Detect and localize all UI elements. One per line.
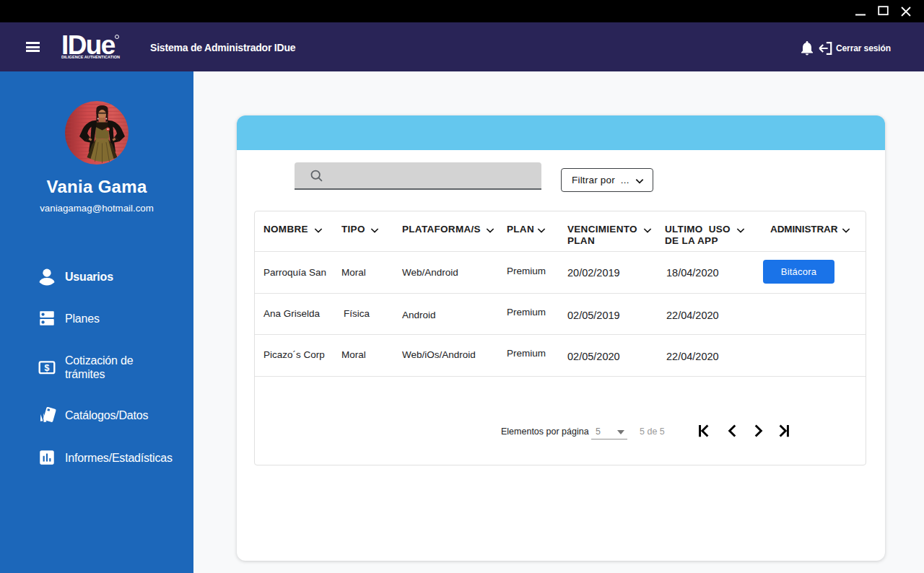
svg-text:$: $ [45,363,50,373]
